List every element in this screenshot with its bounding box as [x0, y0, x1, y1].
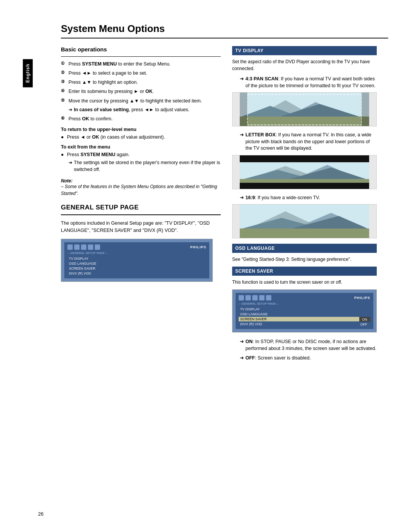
- step-2: ② Press ◄► to select a page to be set.: [61, 70, 221, 77]
- settings-stored-note: ➜ The settings will be stored in the pla…: [68, 160, 221, 173]
- dvd-icon-tv: [81, 244, 86, 250]
- svg-rect-9: [240, 155, 369, 162]
- arrow-widescreen: ➜: [240, 195, 244, 201]
- dvd-menu-tv-display-2: TV DISPLAY: [239, 307, 370, 312]
- dvd-menu-osd-2: OSD LANGUAGE: [239, 312, 370, 316]
- page-number: 26: [38, 511, 43, 517]
- dvd-icon-lock-2: [259, 295, 264, 300]
- right-column: TV DISPLAY Set the aspect ratio of the D…: [232, 46, 377, 364]
- dvd-icon-note: [74, 244, 80, 250]
- step-6-num: ⑥: [61, 115, 66, 122]
- exit-step-text: Press SYSTEM MENU again.: [67, 152, 130, 157]
- dvd-top-bar-1: PHILIPS: [67, 244, 206, 250]
- step-4-text: Enter its submenu by pressing ► or OK.: [68, 88, 154, 95]
- tv-image-widescreen: [232, 204, 377, 238]
- dvd-menu-osd: OSD LANGUAGE: [67, 261, 206, 266]
- svg-rect-10: [240, 183, 369, 189]
- dvd-icons-2: [239, 295, 271, 300]
- osd-language-header: OSD LANGUAGE: [232, 244, 377, 253]
- dvd-menu-tv-display: TV DISPLAY: [67, 256, 206, 261]
- osd-language-text: See "Getting Started-Step 3: Setting lan…: [232, 256, 377, 263]
- dvd-menu-screensaver-2: SCREEN SAVER: [239, 317, 359, 321]
- tv-image-pan-scan: [232, 92, 377, 126]
- pan-scan-svg: [233, 93, 376, 126]
- step-1: ① Press SYSTEM MENU to enter the Setup M…: [61, 61, 221, 67]
- dvd-menu-divx-row: DIVX (R) VOD OFF: [239, 322, 370, 327]
- widescreen-note: ➜ 16:9: If you have a wide-screen TV.: [240, 195, 377, 201]
- note-box: Note: – Some of the features in the Syst…: [61, 178, 221, 197]
- value-setting-text: In cases of value setting, press ◄► to a…: [74, 107, 190, 113]
- bullet-dot-1: ●: [61, 134, 65, 140]
- widescreen-svg: [233, 204, 376, 238]
- dvd-top-bar-2: PHILIPS: [239, 295, 370, 300]
- letter-box-text: LETTER BOX: If you have a normal TV. In …: [245, 132, 377, 152]
- step-4-num: ④: [61, 88, 66, 95]
- dvd-menu-screensaver: SCREEN SAVER: [67, 266, 206, 271]
- dvd-screen-inner-1: PHILIPS -- GENERAL SETUP PAGE -- TV DISP…: [64, 242, 209, 278]
- tv-display-section: TV DISPLAY Set the aspect ratio of the D…: [232, 46, 377, 238]
- letter-box-note: ➜ LETTER BOX: If you have a normal TV. I…: [240, 132, 377, 152]
- dvd-icon-arrow: [95, 244, 100, 250]
- basic-ops-divider: [61, 56, 221, 57]
- step-3-text: Press ▲▼ to highlight an option.: [68, 79, 138, 86]
- language-tab: English: [23, 59, 33, 87]
- settings-stored-text: The settings will be stored in the playe…: [74, 160, 221, 173]
- dvd-brand-2: PHILIPS: [354, 296, 370, 300]
- step-3: ③ Press ▲▼ to highlight an option.: [61, 79, 221, 86]
- steps-list: ① Press SYSTEM MENU to enter the Setup M…: [61, 61, 221, 104]
- title-divider: [61, 38, 388, 38]
- dvd-subtitle-2: -- GENERAL SETUP PAGE --: [239, 302, 370, 305]
- step-4: ④ Enter its submenu by pressing ► or OK.: [61, 88, 221, 95]
- screen-saver-off-note: ➜ OFF: Screen saver is disabled.: [240, 355, 377, 362]
- left-column: Basic operations ① Press SYSTEM MENU to …: [61, 46, 221, 364]
- upper-level-title: To return to the upper-level menu: [61, 127, 221, 132]
- step-1-text: Press SYSTEM MENU to enter the Setup Men…: [68, 61, 170, 67]
- ss-off-text: OFF: Screen saver is disabled.: [245, 355, 311, 362]
- arrow-ss-on: ➜: [240, 339, 244, 352]
- screen-saver-intro: This function is used to turn the screen…: [232, 279, 377, 286]
- general-divider: [61, 214, 221, 215]
- arrow-sym-1: ➜: [68, 107, 72, 113]
- dvd-menu-ss-row: SCREEN SAVER ON: [239, 317, 370, 322]
- general-setup-section: GENERAL SETUP PAGE The options included …: [61, 204, 221, 282]
- widescreen-text: 16:9: If you have a wide-screen TV.: [245, 195, 320, 201]
- svg-rect-7: [240, 93, 247, 126]
- note-text: – Some of the features in the System Men…: [61, 184, 221, 197]
- dvd-menu-divx: DIVX (R) VOD: [67, 271, 206, 276]
- note-label: Note:: [61, 178, 221, 184]
- dvd-subtitle-1: -- GENERAL SETUP PAGE --: [67, 251, 206, 255]
- dvd-menu-divx-val: OFF: [357, 322, 370, 327]
- basic-operations-section: Basic operations ① Press SYSTEM MENU to …: [61, 46, 221, 197]
- general-intro: The options included in General Setup pa…: [61, 220, 221, 234]
- arrow-ss-off: ➜: [240, 355, 244, 362]
- dvd-icons-1: [67, 244, 100, 250]
- tv-image-letter-box: [232, 155, 377, 189]
- tv-display-header: TV DISPLAY: [232, 46, 377, 55]
- dvd-icon-note-2: [245, 295, 251, 300]
- dvd-screen-1: PHILIPS -- GENERAL SETUP PAGE -- TV DISP…: [61, 239, 213, 282]
- tv-display-intro: Set the aspect ratio of the DVD Player a…: [232, 58, 377, 72]
- dvd-screen-2: PHILIPS -- GENERAL SETUP PAGE -- TV DISP…: [232, 289, 377, 332]
- svg-rect-8: [362, 93, 369, 126]
- dvd-screen-inner-2: PHILIPS -- GENERAL SETUP PAGE -- TV DISP…: [236, 293, 373, 329]
- step-3-num: ③: [61, 79, 66, 86]
- dvd-icon-arrow-2: [266, 295, 271, 300]
- upper-level-item: ● Press ◄ or OK (in cases of value adjus…: [61, 134, 221, 140]
- step-2-num: ②: [61, 70, 66, 77]
- pan-scan-text: 4:3 PAN SCAN: If you have a normal TV an…: [245, 76, 377, 89]
- basic-ops-title: Basic operations: [61, 46, 221, 53]
- page-title: System Menu Options: [61, 23, 388, 35]
- arrow-pan-scan: ➜: [240, 76, 244, 89]
- dvd-icon-lock: [88, 244, 93, 250]
- dvd-brand-1: PHILIPS: [190, 245, 206, 249]
- dvd-icon-gear-2: [239, 295, 244, 300]
- general-setup-title: GENERAL SETUP PAGE: [61, 204, 221, 211]
- exit-menu-title: To exit from the menu: [61, 144, 221, 150]
- svg-rect-16: [240, 179, 369, 183]
- upper-level-text: Press ◄ or OK (in cases of value adjustm…: [67, 134, 165, 140]
- step-5-text: Move the cursor by pressing ▲▼ to highli…: [68, 97, 202, 104]
- step-2-text: Press ◄► to select a page to be set.: [68, 70, 147, 77]
- screen-saver-on-note: ➜ ON: In STOP, PAUSE or No DISC mode, if…: [240, 339, 377, 352]
- dvd-icon-tv-2: [252, 295, 258, 300]
- pan-scan-note: ➜ 4:3 PAN SCAN: If you have a normal TV …: [240, 76, 377, 89]
